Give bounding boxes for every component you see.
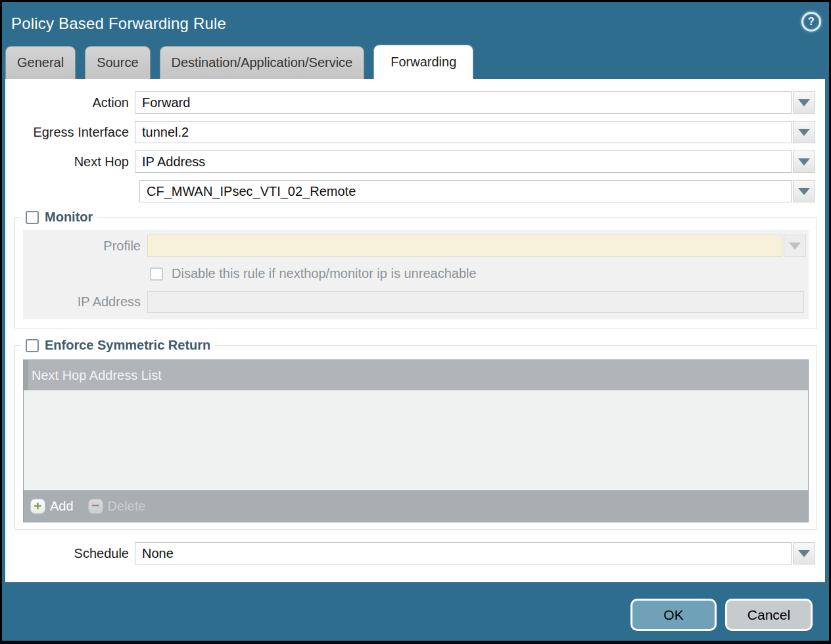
action-row: Action Forward (5, 91, 815, 114)
help-icon[interactable]: ? (801, 12, 821, 32)
minus-icon: − (88, 499, 103, 514)
monitor-checkbox[interactable] (26, 211, 39, 224)
add-button-label: Add (50, 499, 74, 514)
forwarding-tab-panel: Action Forward Egress Interface tunnel.2 (5, 79, 825, 582)
profile-label: Profile (23, 239, 147, 254)
monitor-legend: Monitor (21, 210, 97, 225)
next-hop-address-list-toolbar: + Add − Delete (24, 490, 808, 522)
chevron-down-icon (798, 158, 810, 166)
egress-interface-row: Egress Interface tunnel.2 (5, 121, 815, 143)
chevron-down-icon (798, 188, 810, 195)
tab-forwarding-label: Forwarding (391, 55, 456, 70)
egress-interface-dropdown-button[interactable] (793, 121, 815, 143)
tab-destination-application-service[interactable]: Destination/Application/Service (160, 46, 365, 79)
schedule-row: Schedule None (5, 542, 815, 564)
next-hop-address-list-header: Next Hop Address List (24, 360, 808, 390)
monitor-ip-address-input[interactable] (147, 291, 804, 313)
disable-rule-row: Disable this rule if nexthop/monitor ip … (150, 266, 806, 281)
ok-button[interactable]: OK (630, 599, 717, 631)
profile-input[interactable] (147, 235, 782, 257)
schedule-combo: None (135, 542, 815, 564)
chevron-down-icon (798, 99, 810, 106)
next-hop-row: Next Hop IP Address (5, 150, 815, 173)
enforce-symmetric-return-legend: Enforce Symmetric Return (21, 338, 215, 353)
delete-button[interactable]: − Delete (88, 499, 146, 514)
next-hop-combo: IP Address (135, 150, 815, 173)
action-input[interactable]: Forward (135, 91, 792, 114)
chevron-down-icon (798, 129, 810, 136)
next-hop-address-list-body (24, 390, 808, 490)
next-hop-address-row: CF_MWAN_IPsec_VTI_02_Remote (5, 180, 815, 202)
enforce-symmetric-return-legend-label: Enforce Symmetric Return (45, 338, 210, 353)
monitor-fieldset: Monitor Profile Disable (14, 210, 817, 329)
plus-icon: + (30, 499, 45, 514)
next-hop-input[interactable]: IP Address (135, 150, 792, 173)
tab-source[interactable]: Source (85, 46, 150, 79)
tabstrip: General Source Destination/Application/S… (2, 45, 829, 79)
egress-interface-combo: tunnel.2 (135, 121, 815, 143)
monitor-ip-address-row: IP Address (23, 291, 806, 313)
tab-general-label: General (17, 55, 64, 70)
next-hop-address-list-header-label: Next Hop Address List (32, 368, 162, 383)
tab-destination-application-service-label: Destination/Application/Service (172, 55, 353, 70)
tab-source-label: Source (97, 55, 138, 70)
next-hop-address-input[interactable]: CF_MWAN_IPsec_VTI_02_Remote (139, 180, 792, 202)
egress-interface-label: Egress Interface (5, 125, 135, 140)
chevron-down-icon (798, 550, 810, 557)
enforce-symmetric-return-checkbox[interactable] (26, 339, 39, 352)
enforce-symmetric-return-fieldset: Enforce Symmetric Return Next Hop Addres… (14, 338, 817, 530)
monitor-panel: Profile Disable this rule if nexthop/mon… (23, 230, 809, 319)
next-hop-address-dropdown-button[interactable] (793, 180, 815, 202)
next-hop-address-list-table: Next Hop Address List + Add − (23, 359, 809, 522)
monitor-ip-address-label: IP Address (23, 294, 147, 310)
profile-dropdown-button[interactable] (784, 235, 806, 257)
action-label: Action (5, 95, 135, 110)
schedule-input[interactable]: None (135, 542, 792, 564)
schedule-label: Schedule (5, 546, 135, 561)
add-button[interactable]: + Add (30, 499, 74, 514)
dialog-footer: OK Cancel (630, 599, 813, 631)
delete-button-label: Delete (108, 499, 146, 514)
disable-rule-checkbox[interactable] (150, 267, 163, 281)
monitor-legend-label: Monitor (45, 210, 93, 225)
profile-combo (147, 235, 806, 257)
action-dropdown-button[interactable] (793, 91, 815, 114)
next-hop-label: Next Hop (5, 154, 135, 170)
dialog-titlebar: Policy Based Forwarding Rule ? (2, 2, 829, 45)
next-hop-address-combo: CF_MWAN_IPsec_VTI_02_Remote (139, 180, 815, 202)
disable-rule-label: Disable this rule if nexthop/monitor ip … (172, 266, 477, 281)
action-combo: Forward (135, 91, 815, 114)
schedule-dropdown-button[interactable] (793, 542, 815, 564)
profile-row: Profile (23, 235, 806, 257)
tab-general[interactable]: General (5, 46, 76, 79)
pbf-rule-dialog: Policy Based Forwarding Rule ? General S… (2, 2, 829, 641)
screen: Policy Based Forwarding Rule ? General S… (0, 0, 831, 644)
egress-interface-input[interactable]: tunnel.2 (135, 121, 792, 143)
chevron-down-icon (789, 242, 801, 250)
tab-forwarding[interactable]: Forwarding (373, 45, 473, 79)
help-icon-glyph: ? (808, 16, 815, 28)
cancel-button[interactable]: Cancel (725, 599, 813, 631)
next-hop-dropdown-button[interactable] (793, 150, 815, 173)
dialog-title: Policy Based Forwarding Rule (11, 14, 226, 33)
